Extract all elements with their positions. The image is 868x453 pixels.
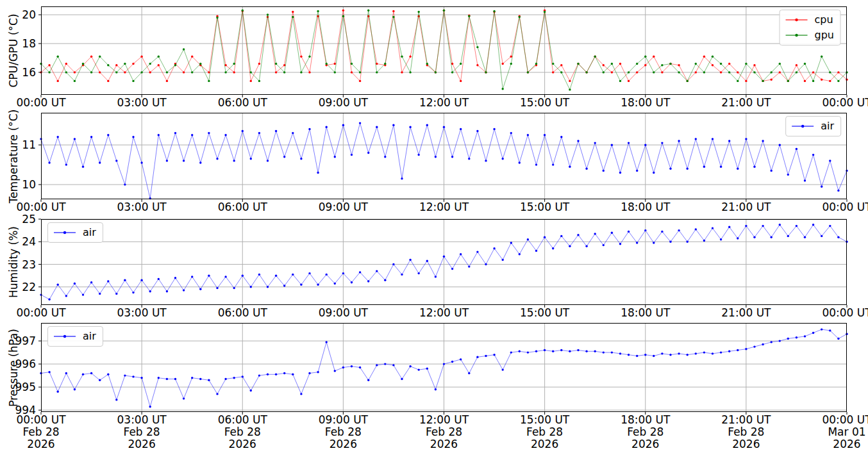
y-tick-label: 25: [0, 213, 36, 225]
legend-label-air: air: [821, 120, 834, 133]
x-tick-label: 06:00 UTFeb 282026: [218, 414, 267, 450]
sensor-timeseries-figure: 16182000:00 UT03:00 UT06:00 UT09:00 UT12…: [0, 0, 868, 453]
x-tick-time: 09:00 UT: [319, 201, 368, 213]
legend: air: [47, 326, 103, 347]
x-tick-time: 15:00 UT: [520, 201, 569, 213]
x-tick-time: 21:00 UT: [721, 307, 771, 319]
x-tick-date: Feb 28: [319, 426, 368, 438]
x-tick-time: 21:00 UT: [721, 201, 771, 213]
legend: air: [785, 116, 841, 136]
x-tick-year: 2026: [621, 438, 670, 450]
x-tick-date: Feb 28: [419, 426, 469, 438]
legend-line-sample-cpu: [785, 17, 808, 23]
x-tick-time: 03:00 UT: [117, 97, 167, 109]
y-axis-label: Temperature (°C): [7, 109, 20, 203]
legend-label-gpu: gpu: [815, 29, 834, 42]
x-tick-label: 00:00 UT: [16, 307, 65, 319]
x-tick-label: 21:00 UT: [721, 201, 771, 213]
x-tick-year: 2026: [218, 438, 267, 450]
x-tick-label: 09:00 UT: [319, 307, 368, 319]
x-tick-year: 2026: [520, 438, 569, 450]
x-tick-date: Feb 28: [218, 426, 267, 438]
legend-entry-gpu: gpu: [785, 28, 834, 42]
legend-entry-cpu: cpu: [785, 13, 834, 27]
x-tick-label: 18:00 UT: [621, 97, 670, 109]
x-tick-time: 18:00 UT: [621, 201, 670, 213]
x-tick-time: 00:00 UT: [16, 201, 65, 213]
x-tick-label: 00:00 UTMar 012026: [822, 414, 868, 450]
x-tick-time: 00:00 UT: [16, 97, 65, 109]
x-tick-label: 00:00 UT: [16, 97, 65, 109]
x-tick-label: 00:00 UT: [822, 307, 868, 319]
plot-canvas-pressure: [41, 323, 847, 412]
x-tick-label: 00:00 UT: [16, 201, 65, 213]
x-tick-label: 18:00 UT: [621, 307, 670, 319]
legend-label-air: air: [83, 330, 96, 343]
plot-canvas-temperature: [41, 113, 847, 199]
x-tick-date: Feb 28: [621, 426, 670, 438]
x-tick-label: 15:00 UTFeb 282026: [520, 414, 569, 450]
legend-entry-air: air: [53, 226, 96, 240]
legend-line-sample-air: [53, 333, 76, 340]
x-tick-label: 21:00 UT: [721, 307, 771, 319]
x-tick-time: 09:00 UT: [319, 307, 368, 319]
x-tick-time: 18:00 UT: [621, 97, 670, 109]
plot-canvas-humidity: [41, 219, 847, 305]
plot-canvas-cpu-gpu: [41, 6, 847, 95]
x-tick-date: Mar 01: [822, 426, 868, 438]
x-tick-time: 06:00 UT: [218, 414, 267, 426]
x-tick-time: 03:00 UT: [117, 307, 167, 319]
x-tick-label: 06:00 UT: [218, 201, 267, 213]
x-tick-label: 00:00 UTFeb 282026: [16, 414, 65, 450]
x-tick-time: 21:00 UT: [721, 97, 771, 109]
x-tick-time: 15:00 UT: [520, 414, 569, 426]
x-tick-label: 18:00 UT: [621, 201, 670, 213]
x-tick-label: 15:00 UT: [520, 97, 569, 109]
y-axis-label: Humidity (%): [7, 226, 20, 298]
x-tick-label: 12:00 UT: [419, 97, 469, 109]
legend-line-sample-gpu: [785, 32, 808, 38]
x-tick-year: 2026: [117, 438, 167, 450]
x-tick-label: 12:00 UT: [419, 307, 469, 319]
x-tick-year: 2026: [721, 438, 771, 450]
x-tick-label: 06:00 UT: [218, 307, 267, 319]
x-tick-label: 21:00 UTFeb 282026: [721, 414, 771, 450]
x-tick-time: 00:00 UT: [822, 201, 868, 213]
x-tick-label: 21:00 UT: [721, 97, 771, 109]
x-tick-date: Feb 28: [117, 426, 167, 438]
x-tick-time: 09:00 UT: [319, 414, 368, 426]
x-tick-time: 00:00 UT: [822, 97, 868, 109]
x-tick-time: 00:00 UT: [16, 414, 65, 426]
x-tick-time: 00:00 UT: [822, 414, 868, 426]
x-tick-label: 03:00 UT: [117, 307, 167, 319]
x-tick-time: 03:00 UT: [117, 414, 167, 426]
x-tick-year: 2026: [16, 438, 65, 450]
x-tick-time: 18:00 UT: [621, 307, 670, 319]
legend-entry-air: air: [791, 119, 834, 133]
x-tick-label: 03:00 UT: [117, 201, 167, 213]
x-tick-date: Feb 28: [721, 426, 771, 438]
x-tick-time: 06:00 UT: [218, 307, 267, 319]
x-tick-time: 12:00 UT: [419, 414, 469, 426]
legend-label-air: air: [83, 226, 96, 239]
x-tick-label: 09:00 UT: [319, 201, 368, 213]
x-tick-label: 12:00 UTFeb 282026: [419, 414, 469, 450]
legend: air: [47, 222, 103, 243]
x-tick-label: 12:00 UT: [419, 201, 469, 213]
x-tick-label: 00:00 UT: [822, 201, 868, 213]
x-tick-time: 15:00 UT: [520, 97, 569, 109]
x-tick-time: 00:00 UT: [16, 307, 65, 319]
x-tick-label: 09:00 UTFeb 282026: [319, 414, 368, 450]
x-tick-date: Feb 28: [520, 426, 569, 438]
x-tick-time: 00:00 UT: [822, 307, 868, 319]
legend-label-cpu: cpu: [815, 13, 833, 26]
x-tick-label: 03:00 UTFeb 282026: [117, 414, 167, 450]
x-tick-label: 15:00 UT: [520, 307, 569, 319]
x-tick-time: 09:00 UT: [319, 97, 368, 109]
x-tick-label: 00:00 UT: [822, 97, 868, 109]
x-tick-time: 21:00 UT: [721, 414, 771, 426]
x-tick-time: 12:00 UT: [419, 307, 469, 319]
x-tick-time: 06:00 UT: [218, 201, 267, 213]
y-axis-label: CPU/GPU (°C): [7, 13, 20, 87]
y-axis-label: Pressure (hPa): [7, 329, 20, 407]
